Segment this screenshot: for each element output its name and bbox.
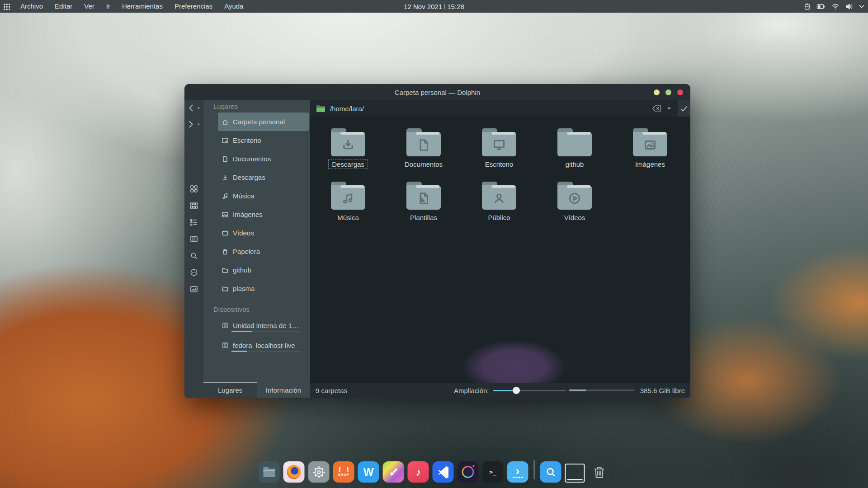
tab-lugares[interactable]: Lugares (203, 382, 257, 398)
folder-label: Documentos (401, 160, 446, 169)
location-path[interactable]: /home/lara/ (330, 105, 364, 113)
folder-item-documentos[interactable]: Documentos (396, 128, 451, 169)
dock-firefox[interactable] (283, 461, 305, 486)
tab-informacion[interactable]: Información (257, 382, 310, 398)
details-view-icon[interactable] (189, 218, 198, 227)
folder-item-descargas[interactable]: Descargas (321, 128, 375, 169)
devices-section: Dispositivos Unidad interna de 1… fedora… (203, 303, 310, 355)
music-note-icon: ♪ (415, 466, 421, 479)
sidebar-item-label: Documentos (233, 155, 271, 163)
folder-label: Escritorio (481, 160, 517, 169)
zoom-slider-knob[interactable] (513, 387, 520, 394)
search-icon[interactable] (189, 251, 198, 260)
volume-icon[interactable] (845, 3, 853, 10)
device-fedora-live[interactable]: fedora_localhost-live (203, 335, 310, 355)
tray-expand-arrow-icon[interactable] (859, 5, 864, 8)
forward-history-caret-icon[interactable]: ▾ (198, 122, 200, 127)
maximize-button[interactable] (665, 89, 671, 95)
folder-item-escritorio[interactable]: Escritorio (472, 128, 526, 169)
device-internal-drive[interactable]: Unidad interna de 1… (203, 315, 310, 335)
sidebar-item-escritorio[interactable]: Escritorio (203, 131, 310, 150)
close-button[interactable] (677, 89, 683, 95)
panel-tabs: Lugares Información (203, 382, 310, 398)
music-icon (222, 192, 229, 200)
folder-item-videos[interactable]: Vídeos (547, 182, 602, 222)
template-emblem-icon (406, 188, 441, 209)
dock-terminal[interactable]: >_ (482, 461, 504, 486)
dock-show-desktop[interactable] (565, 464, 585, 486)
menu-ir[interactable]: Ir (100, 0, 116, 13)
zoom-slider[interactable] (493, 390, 566, 391)
folder-icon (331, 182, 365, 210)
dock-search-app[interactable] (540, 461, 561, 486)
dock-music-app[interactable]: ♪ (408, 461, 429, 486)
sidebar-item-plasma[interactable]: plasma (203, 279, 310, 298)
menu-ayuda[interactable]: Ayuda (218, 0, 249, 13)
preview-panel-icon[interactable] (189, 285, 198, 294)
sidebar-item-descargas[interactable]: Descargas (203, 168, 310, 187)
app-launcher-grid-icon[interactable] (3, 3, 10, 10)
dock-wps-office[interactable]: W (358, 461, 379, 486)
sidebar-item-papelera[interactable]: Papelera (203, 242, 310, 261)
device-label: Unidad interna de 1… (233, 322, 299, 329)
trash-icon (222, 248, 229, 255)
dolphin-window: Carpeta personal — Dolphin ▾ ▾ (184, 84, 690, 398)
location-bar[interactable]: /home/lara/ (310, 100, 690, 117)
sidebar-item-label: plasma (233, 285, 255, 292)
dock-app-store[interactable]: SHOP (333, 461, 354, 486)
minimize-button[interactable] (654, 89, 660, 95)
folder-view[interactable]: Descargas Documentos Esc (310, 117, 690, 383)
back-history-caret-icon[interactable]: ▾ (198, 106, 200, 110)
dock-file-manager[interactable] (259, 461, 280, 486)
dock-plasma-app[interactable]: › (507, 461, 528, 486)
clipboard-icon[interactable] (804, 3, 811, 10)
sidebar-item-documentos[interactable]: Documentos (203, 150, 310, 168)
wifi-icon[interactable] (831, 3, 840, 10)
clock-divider (444, 4, 445, 9)
sidebar-item-carpeta-personal[interactable]: Carpeta personal (218, 113, 309, 131)
dock-camera-app[interactable] (458, 461, 479, 486)
zoom-label: Ampliación: (454, 387, 489, 394)
accept-location-button[interactable] (678, 100, 690, 117)
folder-icon (482, 182, 516, 210)
folder-item-plantillas[interactable]: Plantillas (396, 182, 451, 222)
dock: SHOP W ♪ >_ › (259, 460, 610, 486)
menu-ver[interactable]: Ver (78, 0, 100, 13)
more-options-icon[interactable] (189, 268, 198, 277)
menu-archivo[interactable]: Archivo (14, 0, 49, 13)
sidebar-item-imagenes[interactable]: Imágenes (203, 205, 310, 224)
clock[interactable]: 12 Nov 2021 15:28 (404, 3, 464, 10)
document-icon (222, 155, 229, 163)
folder-item-publico[interactable]: Público (472, 182, 526, 222)
menu-editar[interactable]: Editar (49, 0, 78, 13)
dock-system-settings[interactable] (308, 461, 330, 486)
hard-drive-icon (222, 342, 229, 349)
battery-icon[interactable] (816, 4, 826, 9)
folder-grid: Descargas Documentos Esc (321, 128, 677, 222)
video-emblem-icon (557, 188, 592, 209)
folder-item-github[interactable]: github (547, 128, 602, 169)
icons-view-icon[interactable] (189, 184, 198, 193)
compact-view-icon[interactable] (189, 201, 198, 210)
devices-header: Dispositivos (203, 303, 310, 315)
folder-item-musica[interactable]: Música (321, 182, 375, 222)
dock-paint-app[interactable] (383, 461, 404, 486)
menu-preferencias[interactable]: Preferencias (169, 0, 218, 13)
device-label: fedora_localhost-live (233, 342, 295, 349)
dock-vscode[interactable] (433, 461, 454, 486)
split-view-icon[interactable] (189, 235, 198, 244)
clear-text-icon[interactable] (652, 105, 661, 112)
location-dropdown-caret-icon[interactable] (667, 107, 671, 110)
dock-trash[interactable] (589, 461, 610, 486)
folder-item-imagenes[interactable]: Imágenes (623, 128, 677, 169)
clock-date: 12 Nov 2021 (404, 3, 442, 10)
disk-space-group: 385.6 GiB libre (569, 387, 685, 394)
forward-button[interactable]: ▾ (189, 120, 200, 128)
sidebar-item-github[interactable]: github (203, 261, 310, 279)
sidebar-item-videos[interactable]: Vídeos (203, 224, 310, 242)
folder-label: Vídeos (561, 213, 589, 222)
menu-herramientas[interactable]: Herramientas (116, 0, 169, 13)
disk-usage-bar (569, 389, 635, 391)
back-button[interactable]: ▾ (189, 104, 200, 112)
sidebar-item-musica[interactable]: Música (203, 187, 310, 205)
